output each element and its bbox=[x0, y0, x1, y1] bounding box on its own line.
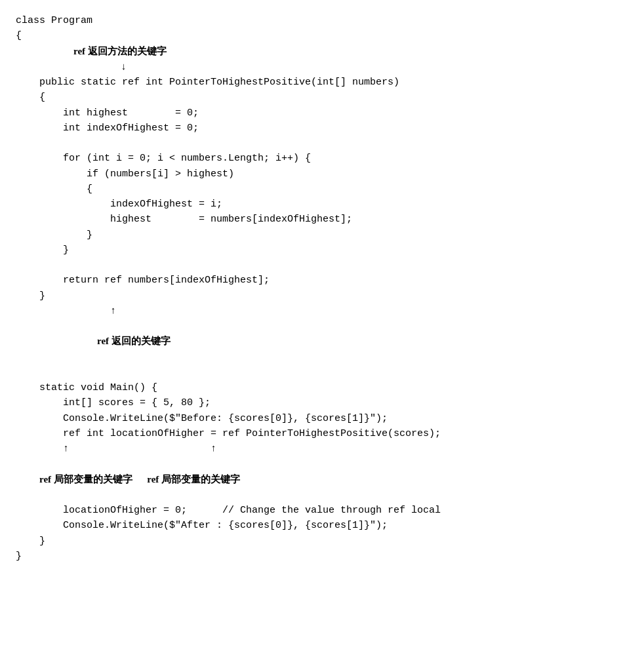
code-line-20: int[] scores = { 5, 80 }; bbox=[16, 395, 611, 410]
annotation-ref-return-container: ref 返回的关键字 bbox=[16, 319, 611, 365]
annotation-ref-return-text: ref 返回的关键字 bbox=[97, 336, 171, 346]
code-line-25: } bbox=[16, 534, 611, 549]
annotations-ref-local-container: ref 局部变量的关键字 ref 局部变量的关键字 bbox=[16, 456, 611, 503]
annotation-ref-method: ref 返回方法的关键字 bbox=[16, 44, 611, 60]
code-line-15 bbox=[16, 258, 611, 273]
code-line-2: { bbox=[16, 28, 611, 43]
code-line-16: return ref numbers[indexOfHighest]; bbox=[16, 273, 611, 288]
code-line-7 bbox=[16, 136, 611, 151]
arrow-down-icon: ↓ bbox=[121, 62, 127, 73]
annotation-ref-method-text: ref 返回方法的关键字 bbox=[73, 44, 167, 60]
code-line-17: } bbox=[16, 288, 611, 304]
code-line-13: } bbox=[16, 227, 611, 243]
code-line-26: } bbox=[16, 549, 611, 564]
code-line-22: ref int locationOfHigher = ref PointerTo… bbox=[16, 426, 611, 441]
code-line-3: public static ref int PointerToHighestPo… bbox=[16, 75, 611, 90]
code-line-14: } bbox=[16, 243, 611, 258]
arrow-up-ref-return-container: ↑ bbox=[16, 304, 611, 319]
code-line-8: for (int i = 0; i < numbers.Length; i++)… bbox=[16, 151, 611, 166]
code-line-1: class Program bbox=[16, 13, 611, 28]
code-line-5: int highest = 0; bbox=[16, 106, 611, 121]
arrow-up-local1-icon: ↑ ↑ bbox=[16, 443, 216, 454]
annotation-ref-local1-text: ref 局部变量的关键字 ref 局部变量的关键字 bbox=[39, 474, 240, 484]
code-line-4: { bbox=[16, 90, 611, 105]
code-line-19: static void Main() { bbox=[16, 380, 611, 395]
code-line-9: if (numbers[i] > highest) bbox=[16, 167, 611, 182]
code-line-6: int indexOfHighest = 0; bbox=[16, 121, 611, 136]
code-line-12: highest = numbers[indexOfHighest]; bbox=[16, 212, 611, 227]
code-line-10: { bbox=[16, 182, 611, 197]
code-container: class Program { ref 返回方法的关键字 ↓ public st… bbox=[16, 13, 611, 564]
code-line-21: Console.WriteLine($"Before: {scores[0]},… bbox=[16, 411, 611, 426]
code-line-11: indexOfHighest = i; bbox=[16, 197, 611, 212]
arrows-ref-local-container: ↑ ↑ bbox=[16, 441, 611, 456]
code-line-18 bbox=[16, 365, 611, 380]
arrow-up-ref-return-icon: ↑ bbox=[110, 306, 116, 317]
code-line-23: locationOfHigher = 0; // Change the valu… bbox=[16, 503, 611, 518]
code-line-24: Console.WriteLine($"After : {scores[0]},… bbox=[16, 518, 611, 533]
arrow-down-container: ↓ bbox=[16, 60, 611, 75]
